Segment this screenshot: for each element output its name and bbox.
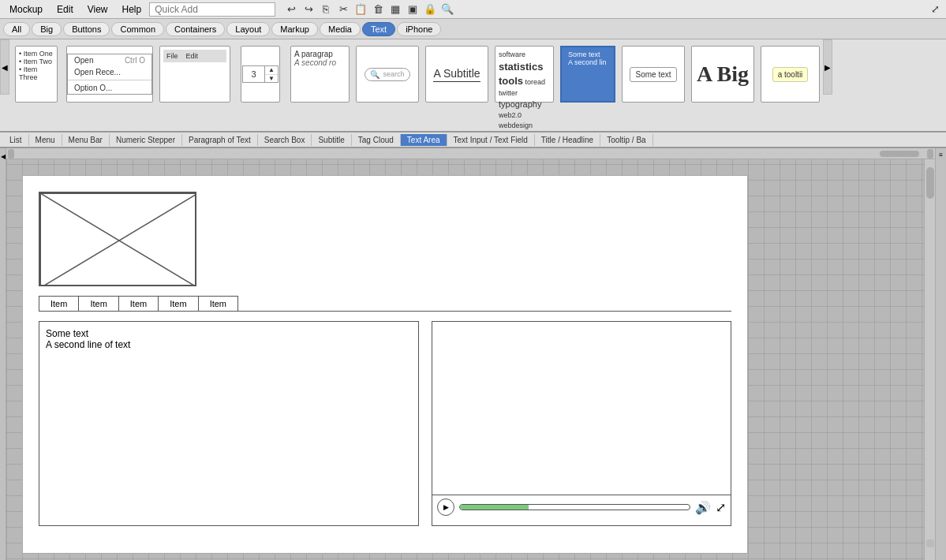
widget-tag-cloud[interactable]: software statistics tools toread twitter… (495, 46, 554, 125)
volume-icon[interactable]: 🔊 (695, 500, 711, 515)
tab-item-5[interactable]: Item (198, 296, 238, 312)
copy-icon[interactable]: ⎘ (318, 2, 334, 17)
cat-iphone[interactable]: iPhone (397, 22, 441, 36)
label-menu-bar[interactable]: Menu Bar (62, 134, 110, 146)
tab-item-4[interactable]: Item (158, 296, 197, 312)
paste-icon[interactable]: 📋 (353, 2, 368, 17)
cat-common[interactable]: Common (111, 22, 164, 36)
top-hscrollbar[interactable] (6, 148, 935, 159)
label-tooltip[interactable]: Tooltip / Ba (600, 134, 652, 146)
delete-icon[interactable]: 🗑 (370, 2, 386, 17)
label-text-input[interactable]: Text Input / Text Field (447, 134, 535, 146)
text-area-line2: A second line of text (46, 339, 412, 350)
label-numeric-stepper[interactable]: Numeric Stepper (110, 134, 182, 146)
menu-help[interactable]: Help (116, 2, 148, 17)
group-icon[interactable]: ▦ (387, 2, 403, 17)
redo-icon[interactable]: ↪ (301, 2, 316, 17)
label-bar: List Menu Menu Bar Numeric Stepper Parag… (0, 133, 946, 148)
ungroup-icon[interactable]: ▣ (405, 2, 421, 17)
widget-subtitle[interactable]: A Subtitle (425, 46, 488, 125)
widget-list[interactable]: • Item One • Item Two • Item Three (13, 46, 60, 125)
content-row: Some text A second line of text ▶ 🔊 ⤢ (39, 321, 731, 526)
tab-bar-mockup: Item Item Item Item Item (39, 296, 731, 312)
quick-add-input[interactable] (149, 2, 275, 17)
search-icon[interactable]: 🔍 (439, 2, 455, 17)
toolbar-icons: ↩ ↪ ⎘ ✂ 📋 🗑 ▦ ▣ 🔒 🔍 (283, 2, 455, 17)
widget-text-input[interactable]: Some text (622, 46, 685, 125)
cat-layout[interactable]: Layout (226, 22, 270, 36)
video-screen (432, 322, 731, 495)
window-controls: ⤢ (927, 2, 943, 17)
fullscreen-icon[interactable]: ⤢ (716, 500, 726, 515)
text-area-mockup[interactable]: Some text A second line of text (39, 321, 419, 526)
widget-paragraph-of-text[interactable]: A paragrap A second ro (290, 46, 350, 125)
cat-text[interactable]: Text (362, 22, 395, 36)
play-button[interactable]: ▶ (437, 498, 454, 516)
progress-bar[interactable] (459, 504, 690, 510)
cat-big[interactable]: Big (32, 22, 62, 36)
video-controls: ▶ 🔊 ⤢ (432, 495, 731, 519)
cat-containers[interactable]: Containers (166, 22, 225, 36)
undo-icon[interactable]: ↩ (283, 2, 299, 17)
widget-title-headline[interactable]: A Big (691, 46, 754, 125)
cat-buttons[interactable]: Buttons (63, 22, 110, 36)
window-resize-icon[interactable]: ⤢ (927, 2, 943, 17)
left-panel-toggle[interactable]: ◀ (0, 148, 6, 560)
label-tag-cloud[interactable]: Tag Cloud (352, 134, 401, 146)
label-paragraph[interactable]: Paragraph of Text (182, 134, 258, 146)
cat-media[interactable]: Media (320, 22, 361, 36)
menu-view[interactable]: View (81, 2, 114, 17)
label-list[interactable]: List (3, 134, 29, 146)
palette-scroll-left[interactable]: ◀ (0, 39, 9, 95)
cat-all[interactable]: All (3, 22, 30, 36)
progress-fill (460, 505, 529, 510)
lock-icon[interactable]: 🔒 (422, 2, 438, 17)
cat-markup[interactable]: Markup (271, 22, 318, 36)
menu-edit[interactable]: Edit (50, 2, 80, 17)
right-panel: ≡ (935, 148, 946, 560)
widget-numeric-stepper[interactable]: 3 ▲ ▼ (237, 46, 284, 125)
canvas-content: Item Item Item Item Item Some text A sec… (6, 159, 935, 560)
tab-item-1[interactable]: Item (39, 296, 78, 312)
image-placeholder (39, 192, 731, 286)
category-bar: All Big Buttons Common Containers Layout… (0, 19, 946, 39)
tab-item-3[interactable]: Item (118, 296, 158, 312)
palette-scroll-right[interactable]: ▶ (823, 39, 832, 95)
mockup-frame: Item Item Item Item Item Some text A sec… (22, 175, 748, 554)
widget-tooltip[interactable]: a tooltii (761, 46, 820, 125)
label-title[interactable]: Title / Headline (535, 134, 600, 146)
canvas-area: Item Item Item Item Item Some text A sec… (6, 148, 935, 560)
text-area-line1: Some text (46, 328, 412, 339)
menu-mockup[interactable]: Mockup (3, 2, 49, 17)
widget-menu-bar[interactable]: File Edit (159, 46, 230, 125)
widget-text-area[interactable]: Some text A second lin (560, 46, 615, 125)
label-subtitle[interactable]: Subtitle (312, 134, 351, 146)
widget-search-box[interactable]: 🔍 search (356, 46, 419, 125)
top-menu-bar: Mockup Edit View Help ↩ ↪ ⎘ ✂ 📋 🗑 ▦ ▣ 🔒 … (0, 0, 946, 19)
vertical-scrollbar[interactable] (924, 159, 935, 560)
widget-menu[interactable]: OpenCtrl O Open Rece... Option O... (66, 46, 153, 125)
label-search-box[interactable]: Search Box (258, 134, 312, 146)
label-text-area[interactable]: Text Area (401, 134, 447, 146)
cut-icon[interactable]: ✂ (335, 2, 351, 17)
video-player-mockup: ▶ 🔊 ⤢ (432, 321, 731, 526)
tab-item-2[interactable]: Item (78, 296, 118, 312)
label-menu[interactable]: Menu (29, 134, 62, 146)
